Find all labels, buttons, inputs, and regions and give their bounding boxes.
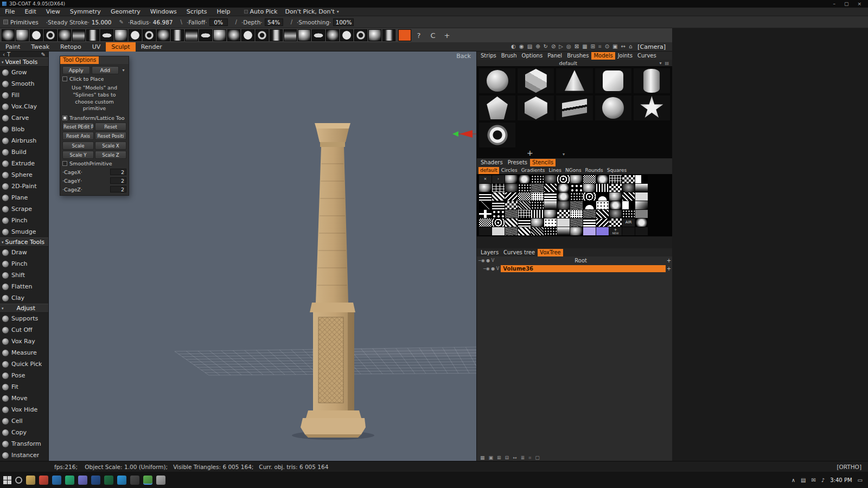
stencil-dotgrid[interactable] [596, 201, 609, 209]
scale-x-button[interactable]: Scale X [95, 142, 126, 150]
brush-tip-pillar[interactable] [86, 29, 99, 41]
stencil-ring[interactable] [583, 192, 596, 201]
tool-instancer[interactable]: Instancer [0, 450, 48, 461]
viewport-icon-7[interactable]: ◎ [566, 43, 571, 50]
reset-pedit-poi-button[interactable]: Reset PEdit Poi [62, 123, 94, 131]
layer-action-icon-1[interactable]: ▣ [489, 455, 494, 460]
stencil-ballB[interactable] [609, 201, 622, 209]
3dcoat-taskbar-icon[interactable] [143, 476, 152, 485]
tab-retopo[interactable]: Retopo [55, 42, 87, 52]
tab-circles[interactable]: Circles [500, 167, 519, 174]
tab-layers[interactable]: Layers [478, 249, 501, 256]
stencil-ball[interactable] [570, 227, 583, 235]
tray-icon-1[interactable]: ▤ [801, 477, 806, 483]
chevron-down-icon[interactable]: ▾ [563, 152, 565, 157]
brush-tip-pillar[interactable] [171, 29, 184, 41]
smoothing-value[interactable]: 100% [333, 18, 354, 26]
stencil-ball[interactable] [479, 184, 492, 192]
stencil-ballB[interactable] [596, 175, 609, 183]
stencil-checker[interactable] [557, 210, 570, 218]
brush-tip-hard[interactable] [241, 29, 254, 41]
brush-tip-soft[interactable] [58, 29, 71, 41]
tool-plane[interactable]: Plane [0, 192, 48, 203]
brush-tip-disc[interactable] [312, 29, 325, 41]
falloff-value[interactable]: 0% [209, 18, 228, 26]
tool-transform[interactable]: Transform [0, 438, 48, 450]
transform-lattice-checkbox[interactable] [62, 115, 67, 120]
brush-tip-pillar[interactable] [382, 29, 395, 41]
add-button[interactable]: Add [92, 66, 119, 74]
photos-taskbar-icon[interactable] [78, 476, 87, 485]
viewport-icon-3[interactable]: ⊕ [535, 43, 540, 50]
tool-grow[interactable]: Grow [0, 67, 48, 78]
stencil-diamond[interactable] [492, 192, 505, 201]
stencil-bricks[interactable] [492, 184, 505, 192]
brush-tip-disc[interactable] [100, 29, 113, 41]
group-voxel-tools[interactable]: ▾Voxel Tools [0, 57, 48, 67]
model-sphere[interactable] [595, 95, 631, 120]
stencil-lace[interactable] [570, 210, 583, 218]
stencil-ballD[interactable] [557, 201, 570, 209]
stencil-vstripe[interactable] [596, 184, 609, 192]
viewport-icon-14[interactable]: ↔ [621, 43, 625, 50]
excel-taskbar-icon[interactable] [104, 476, 113, 485]
panel-menu-icon[interactable]: ▤ [665, 61, 669, 66]
brush-tip-cone[interactable] [72, 29, 85, 41]
tab-curves-tree[interactable]: Curves tree [501, 249, 537, 256]
chevron-down-icon[interactable]: ▾ [659, 61, 661, 66]
tab-options[interactable]: Options [520, 52, 545, 60]
tray-icon-2[interactable]: ✉ [811, 477, 815, 483]
visibility-icons[interactable]: ─◉ ● V [477, 266, 501, 271]
brush-tip-pillar[interactable] [270, 29, 283, 41]
tab-stencils[interactable]: Stencils [530, 159, 556, 166]
x-axis-handle-left[interactable] [459, 130, 473, 138]
stencil-ballB[interactable] [557, 184, 570, 192]
tool-blob[interactable]: Blob [0, 124, 48, 135]
stencil-half[interactable] [622, 201, 635, 209]
brush-tip-soft[interactable] [157, 29, 170, 41]
stencil-noise[interactable] [570, 201, 583, 209]
stencil-white[interactable] [557, 219, 570, 227]
group-surface-tools[interactable]: ▾Surface Tools [0, 237, 48, 247]
help-button[interactable]: ? [412, 31, 425, 40]
tool-cell[interactable]: Cell [0, 415, 48, 427]
stencil-ball[interactable] [609, 192, 622, 201]
stencil-dots[interactable] [544, 227, 557, 235]
viewport-icon-12[interactable]: ⊙ [605, 43, 609, 50]
viewport-icon-13[interactable]: ▣ [612, 43, 617, 50]
layer-action-icon-0[interactable]: ▦ [480, 455, 485, 460]
apply-button[interactable]: Apply [62, 66, 90, 74]
stencil-diagR[interactable] [622, 192, 635, 201]
add-volume-button[interactable]: + [666, 266, 672, 272]
stencil-arch[interactable] [583, 201, 596, 209]
stencil-dots[interactable] [570, 192, 583, 201]
model-cone[interactable] [556, 68, 592, 93]
brush-tip-disc[interactable] [199, 29, 212, 41]
stencil-ball[interactable] [544, 210, 557, 218]
stencil-gradV[interactable] [635, 184, 648, 192]
stencil-ballB[interactable] [557, 192, 570, 201]
menu-edit[interactable]: Edit [20, 8, 41, 15]
layer-action-icon-2[interactable]: ⊞ [497, 455, 501, 460]
tab-shaders[interactable]: Shaders [478, 159, 505, 166]
reset-axis-button[interactable]: Reset Axis [62, 132, 94, 140]
stencil-diamond[interactable] [518, 227, 531, 235]
tool-build[interactable]: Build [0, 146, 48, 158]
model-star[interactable] [634, 95, 670, 120]
stencil-lace[interactable] [531, 192, 544, 201]
tab-render[interactable]: Render [136, 42, 168, 52]
tool-flatten[interactable]: Flatten [0, 281, 48, 292]
primitives-label[interactable]: Primitives [10, 19, 39, 25]
stencil-hatch[interactable] [531, 227, 544, 235]
tool-cut-off[interactable]: Cut Off [0, 324, 48, 336]
menu-help[interactable]: Help [212, 8, 235, 15]
column-model[interactable] [301, 123, 366, 438]
stencil-dark[interactable] [635, 227, 648, 235]
scale-z-button[interactable]: Scale Z [95, 151, 126, 159]
file-explorer-taskbar-icon[interactable] [26, 476, 35, 485]
stencil-ball[interactable] [505, 175, 518, 183]
menu-geometry[interactable]: Geometry [106, 8, 145, 15]
stencil-hstripe[interactable] [479, 192, 492, 201]
viewport-icon-5[interactable]: ⊘ [551, 43, 556, 50]
tool-pinch[interactable]: Pinch [0, 258, 48, 269]
